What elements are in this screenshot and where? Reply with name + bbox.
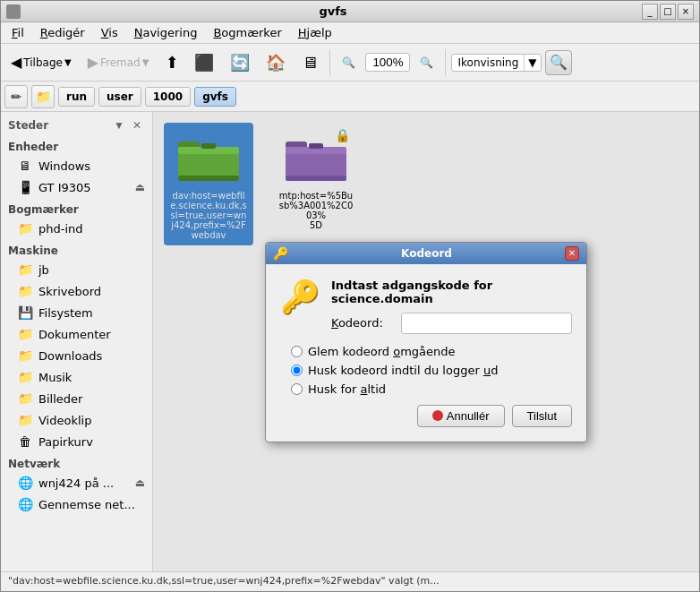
sidebar-item-filsystem[interactable]: 💾 Filsystem [1,302,152,323]
cancel-label: Annullér [447,409,490,423]
sidebar-item-wnj424[interactable]: 🌐 wnj424 på ... ⏏ [1,472,152,493]
back-button[interactable]: ◀ Tilbage ▼ [4,50,78,74]
sidebar-label-musik: Musik [38,371,72,384]
dialog-close-button[interactable]: ✕ [565,246,579,261]
sidebar-section-maskine: Maskine [1,239,152,259]
sidebar-close-button[interactable]: ✕ [129,117,145,133]
window-icon [6,4,21,19]
sidebar-label-wnj424: wnj424 på ... [38,476,114,490]
radio-forget-label: Glem kodeord omgående [308,345,456,358]
zoom-input[interactable] [365,53,410,72]
view-combo-arrow[interactable]: ▼ [524,55,540,71]
search-button[interactable]: 🔍 [545,50,572,75]
folder-icon: 📁 [36,90,51,104]
path-segment-user[interactable]: user [98,87,141,107]
menu-hjaelp[interactable]: Hjælp [291,24,339,41]
zoom-in-button[interactable]: 🔍 [414,53,440,73]
menu-navigering[interactable]: Navigering [127,24,205,41]
dokumenter-icon: 📁 [17,326,33,342]
statusbar-text: "dav:host=webfile.science.ku.dk,ssl=true… [8,575,440,587]
forward-label: Fremad [100,56,141,69]
zoom-in-icon: 🔍 [420,56,433,69]
downloads-icon: 📁 [17,347,33,364]
radio-forget-input[interactable] [291,346,303,357]
sidebar-label-filsystem: Filsystem [38,306,93,320]
sidebar-label-billeder: Billeder [38,392,82,406]
sidebar-item-skrivebord[interactable]: 📁 Skrivebord [1,280,152,302]
stop-button[interactable]: ⬛ [188,49,220,75]
menu-fil[interactable]: Fil [4,24,31,41]
path-folder-button[interactable]: 📁 [31,85,55,108]
sidebar-item-papirkurv[interactable]: 🗑 Papirkurv [1,431,152,452]
file-area: dav:host=webfile.science.ku.dk,ssl=true,… [153,112,699,571]
cancel-dot-icon [432,410,443,421]
sidebar-item-videoklip[interactable]: 📁 Videoklip [1,409,152,431]
window-controls: _ □ × [642,4,694,20]
menubar: Fil Redigér Vis Navigering Bogmærker Hjæ… [1,22,699,44]
forward-button[interactable]: ▶ Fremad ▼ [81,50,156,74]
cancel-button[interactable]: Annullér [417,405,505,427]
sidebar-label-downloads: Downloads [38,349,102,363]
sidebar-header: Steder ▼ ✕ [1,116,152,135]
radio-until-logout-label: Husk kodeord indtil du logger ud [308,364,498,377]
menu-bogmaerker[interactable]: Bogmærker [206,24,288,41]
dialog-overlay: 🔑 Kodeord ✕ 🔑 Indtast adgangskode for sc… [153,112,699,571]
password-input[interactable] [401,313,572,334]
path-segment-run[interactable]: run [58,87,95,107]
toolbar-separator-2 [445,49,446,76]
papirkurv-icon: 🗑 [17,433,33,450]
home-button[interactable]: 🏠 [260,49,292,75]
sidebar-item-gt-i9305[interactable]: 📱 GT I9305 ⏏ [1,176,152,198]
toolbar-separator [329,49,330,76]
path-segment-1000[interactable]: 1000 [145,87,191,107]
menu-rediger[interactable]: Redigér [33,24,92,41]
eject-icon-wnj[interactable]: ⏏ [135,476,145,489]
toolbar: ◀ Tilbage ▼ ▶ Fremad ▼ ⬆ ⬛ 🔄 🏠 🖥 🔍 [1,44,699,82]
filsystem-icon: 💾 [17,305,33,321]
sidebar-dropdown-button[interactable]: ▼ [111,117,127,133]
menu-vis[interactable]: Vis [94,24,125,41]
sidebar-item-gennemse[interactable]: 🌐 Gennemse net... [1,493,152,515]
sidebar-item-windows[interactable]: 🖥 Windows [1,155,152,176]
sidebar-section-netvaerk: Netværk [1,452,152,472]
sidebar-item-jb[interactable]: 📁 jb [1,259,152,280]
sidebar-label-videoklip: Videoklip [38,414,91,427]
zoom-out-icon: 🔍 [342,56,355,69]
sidebar-header-buttons: ▼ ✕ [111,117,145,133]
path-segment-gvfs[interactable]: gvfs [194,87,236,107]
sidebar-header-label: Steder [8,119,48,132]
main-window: gvfs _ □ × Fil Redigér Vis Navigering Bo… [0,0,700,592]
dialog-right: Indtast adgangskode for science.domain K… [331,279,572,334]
radio-until-logout-input[interactable] [291,365,303,376]
stop-icon: ⬛ [194,53,214,72]
sidebar-item-musik[interactable]: 📁 Musik [1,366,152,388]
close-button[interactable]: × [678,4,694,20]
maximize-button[interactable]: □ [660,4,676,20]
forward-dropdown-icon: ▼ [142,57,149,67]
skrivebord-icon: 📁 [17,283,33,299]
minimize-button[interactable]: _ [642,4,658,20]
up-icon: ⬆ [165,53,178,72]
sidebar-item-phd-ind[interactable]: 📁 phd-ind [1,218,152,239]
zoom-out-button[interactable]: 🔍 [336,53,362,73]
password-label: Kodeord: [331,316,394,330]
computer-icon: 🖥 [302,53,318,72]
sidebar-label-skrivebord: Skrivebord [38,285,101,298]
radio-until-logout[interactable]: Husk kodeord indtil du logger ud [291,364,572,377]
computer-button[interactable]: 🖥 [295,49,324,75]
radio-always[interactable]: Husk for altid [291,382,572,396]
connect-button[interactable]: Tilslut [512,405,572,427]
eject-icon-gt[interactable]: ⏏ [135,181,145,193]
path-edit-button[interactable]: ✏ [4,85,28,108]
sidebar-item-billeder[interactable]: 📁 Billeder [1,388,152,409]
radio-always-label: Husk for altid [308,382,386,396]
billeder-icon: 📁 [17,390,33,407]
home-icon: 🏠 [266,53,286,72]
sidebar-item-downloads[interactable]: 📁 Downloads [1,345,152,366]
radio-forget[interactable]: Glem kodeord omgående [291,345,572,358]
up-button[interactable]: ⬆ [158,49,184,75]
radio-always-input[interactable] [291,383,303,395]
sidebar-item-dokumenter[interactable]: 📁 Dokumenter [1,323,152,345]
reload-button[interactable]: 🔄 [224,49,256,75]
view-combo[interactable]: Ikonvisning ▼ [451,54,541,72]
